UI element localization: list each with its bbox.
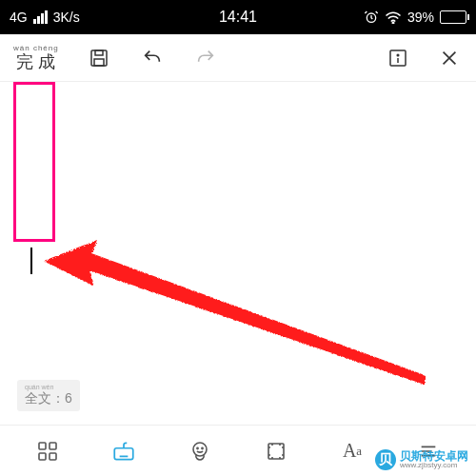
- word-count-chip[interactable]: quán wén 全文：6: [17, 380, 80, 411]
- annotation-arrow: [44, 232, 434, 385]
- svg-point-13: [193, 443, 207, 456]
- svg-rect-12: [114, 447, 133, 459]
- svg-point-15: [202, 447, 203, 448]
- done-label: 完 成: [16, 52, 55, 71]
- network-label: 4G: [10, 10, 28, 25]
- svg-point-6: [397, 54, 399, 56]
- wifi-icon: [385, 10, 402, 24]
- svg-rect-10: [39, 453, 46, 460]
- editor-toolbar: wán chéng 完 成: [0, 34, 476, 82]
- svg-rect-16: [268, 444, 284, 459]
- alarm-icon: [364, 10, 379, 25]
- svg-rect-4: [94, 59, 104, 66]
- battery-pct: 39%: [407, 10, 434, 25]
- undo-button[interactable]: [139, 45, 166, 71]
- watermark: 贝 贝斯特安卓网 www.zjbstyy.com: [375, 449, 468, 470]
- svg-point-1: [392, 22, 394, 24]
- signal-icon: [33, 10, 48, 24]
- info-button[interactable]: [385, 45, 411, 71]
- grid-icon[interactable]: [33, 437, 62, 466]
- svg-marker-7: [44, 240, 425, 385]
- status-left: 4G 3K/s: [10, 10, 162, 25]
- annotation-highlight-box: [13, 82, 55, 242]
- svg-rect-3: [95, 50, 103, 55]
- done-button[interactable]: wán chéng 完 成: [13, 45, 59, 70]
- redo-button[interactable]: [192, 45, 219, 71]
- svg-rect-11: [50, 453, 56, 460]
- watermark-badge: 贝: [375, 449, 396, 470]
- editor-canvas[interactable]: quán wén 全文：6 贝 贝斯特安卓网 www.zjbstyy.com: [0, 82, 476, 476]
- watermark-url: www.zjbstyy.com: [400, 462, 468, 469]
- svg-rect-9: [50, 443, 56, 449]
- clock: 14:41: [162, 9, 314, 26]
- wc-pinyin: quán wén: [25, 384, 72, 390]
- save-button[interactable]: [86, 45, 112, 71]
- done-pinyin: wán chéng: [13, 45, 59, 52]
- keyboard-icon[interactable]: [109, 437, 138, 466]
- close-button[interactable]: [436, 45, 463, 71]
- status-bar: 4G 3K/s 14:41 39%: [0, 0, 476, 34]
- status-right: 39%: [314, 10, 466, 25]
- text-style-icon[interactable]: Aa: [338, 437, 367, 466]
- svg-point-14: [197, 447, 198, 448]
- face-icon[interactable]: [186, 437, 214, 466]
- svg-rect-8: [39, 443, 46, 449]
- battery-icon: [440, 10, 466, 24]
- frame-icon[interactable]: [262, 437, 290, 466]
- text-cursor: [30, 248, 32, 274]
- speed-label: 3K/s: [53, 10, 80, 25]
